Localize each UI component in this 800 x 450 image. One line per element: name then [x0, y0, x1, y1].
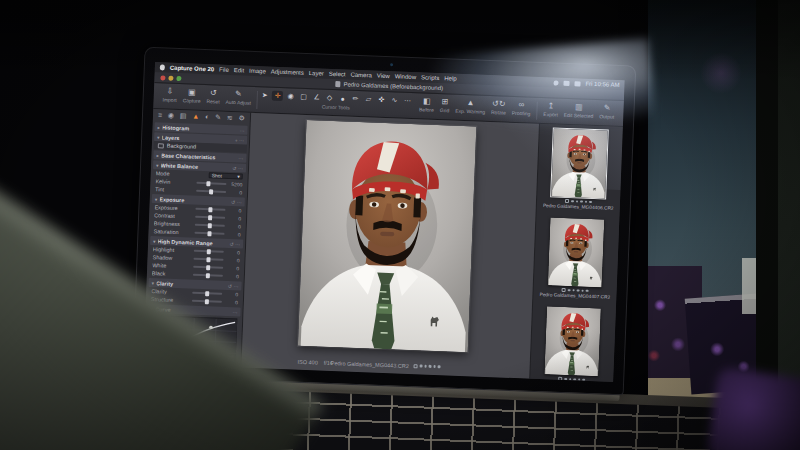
section-actions-icon[interactable]: ↺ ⋯	[231, 199, 242, 205]
output-button[interactable]: ✎ Output	[599, 103, 615, 120]
grid-icon: ⊞	[441, 97, 448, 106]
disclosure-icon: ▸	[156, 152, 159, 158]
browser-item[interactable]: Pedro Galdames_MG04408.CR2	[536, 306, 610, 382]
menu-bar-clock[interactable]: Fri 10:56 AM	[585, 81, 619, 88]
kelvin-slider[interactable]	[196, 182, 226, 185]
keystone-tool[interactable]: ◇	[324, 93, 335, 103]
before-icon: ◧	[423, 96, 431, 105]
menu-item-camera[interactable]: Camera	[350, 72, 372, 79]
thumbnail-caption: Pedro Galdames_MG04408.CR2	[536, 381, 607, 382]
straighten-tool[interactable]: ∠	[311, 92, 322, 102]
structure-slider[interactable]	[192, 300, 222, 303]
tab-adjustments-icon[interactable]: ≋	[227, 114, 233, 122]
white-balance-mode-select[interactable]: Shot ▾	[209, 172, 243, 179]
saturation-slider[interactable]	[194, 232, 224, 235]
tint-slider[interactable]	[196, 190, 226, 193]
wifi-icon[interactable]	[563, 80, 569, 85]
apple-logo-icon[interactable]	[160, 64, 165, 70]
thumbnail-photo[interactable]	[545, 306, 602, 376]
section-actions-icon[interactable]: ↺ ⋯	[229, 241, 240, 247]
auto-adjust-button[interactable]: ✎ Auto Adjust	[225, 89, 251, 106]
browser-item[interactable]: Pedro Galdames_MG04407.CR2	[539, 217, 613, 300]
image-browser: Pedro Galdames_MG04406.CR2 Pedro Galdame…	[529, 124, 623, 382]
white-slider[interactable]	[193, 266, 223, 269]
rotate-button[interactable]: ↺↻ Rotate	[491, 99, 506, 116]
shadow-slider[interactable]	[193, 258, 223, 261]
zoom-tool[interactable]: ◉	[285, 91, 296, 101]
reset-button[interactable]: ↺ Reset	[206, 88, 220, 104]
webcam-icon	[390, 63, 393, 66]
draw-mask-tool[interactable]: ✏	[350, 94, 361, 104]
before-toggle[interactable]: ◧ Before	[419, 96, 434, 113]
export-button[interactable]: ↥ Export	[543, 101, 558, 118]
tab-exposure-icon[interactable]: ▲	[192, 113, 199, 121]
viewer: ISO 400 f/16 Pedro Galdames_MG0443.CR2	[241, 113, 539, 379]
capture-button[interactable]: ▣ Capture	[183, 87, 201, 104]
tab-capture-icon[interactable]: ◉	[168, 112, 174, 120]
proofing-toggle[interactable]: ∞ Proofing	[512, 100, 531, 117]
grid-toggle[interactable]: ⊞ Grid	[440, 97, 450, 113]
section-actions-icon[interactable]: ⋯	[232, 309, 237, 315]
menu-item-view[interactable]: View	[377, 73, 390, 79]
erase-mask-tool[interactable]: ▱	[363, 94, 374, 104]
thumbnail-caption: Pedro Galdames_MG04406.CR2	[543, 203, 614, 211]
annotate-tool[interactable]: ∿	[389, 95, 400, 105]
viewer-rating[interactable]	[414, 364, 441, 369]
black-slider[interactable]	[193, 274, 223, 277]
browser-item[interactable]: Pedro Galdames_MG04406.CR2	[543, 128, 617, 211]
disclosure-icon: ▾	[151, 280, 154, 286]
thumbnail-caption: Pedro Galdames_MG04407.CR2	[539, 292, 610, 300]
section-actions-icon[interactable]: ↺ ⋯	[228, 283, 239, 289]
tab-lens-icon[interactable]: ▤	[180, 112, 187, 120]
exposure-warning-toggle[interactable]: ▲ Exp. Warning	[455, 98, 485, 115]
highlight-slider[interactable]	[194, 250, 224, 253]
aperture-readout: f/16	[324, 359, 333, 365]
exposure-slider[interactable]	[195, 208, 225, 211]
disclosure-icon: ▾	[155, 196, 158, 202]
crop-tool[interactable]: ▢	[298, 92, 309, 102]
portrait-thumbnail	[548, 217, 605, 287]
disclosure-icon: ▾	[156, 162, 159, 168]
menu-item-edit[interactable]: Edit	[234, 67, 245, 73]
tab-metadata-icon[interactable]: ⚙	[238, 114, 245, 122]
rotate-arrows-icon: ↺↻	[492, 99, 506, 109]
document-icon	[335, 81, 340, 87]
import-button[interactable]: ⇩ Import	[163, 86, 178, 103]
pan-tool[interactable]: ✛	[272, 91, 283, 101]
spot-removal-tool[interactable]: ●	[337, 93, 348, 103]
menu-item-image[interactable]: Image	[249, 68, 266, 75]
viewer-filename: Pedro Galdames_MG0443.CR2	[331, 360, 409, 369]
menu-app-name[interactable]: Capture One 20	[170, 65, 215, 73]
more-tools[interactable]: ⋯	[402, 96, 413, 106]
thumbnail-photo[interactable]	[548, 217, 605, 287]
tab-color-icon[interactable]: ◐	[205, 113, 210, 121]
brightness-slider[interactable]	[195, 224, 225, 227]
menu-item-layer[interactable]: Layer	[309, 70, 324, 77]
menu-item-adjustments[interactable]: Adjustments	[271, 69, 304, 76]
pick-color-tool[interactable]: ✜	[376, 95, 387, 105]
edit-selected-button[interactable]: ▥ Edit Selected	[564, 102, 594, 119]
contrast-slider[interactable]	[195, 216, 225, 219]
portrait-thumbnail	[545, 306, 602, 376]
section-actions-icon[interactable]: ⋯	[239, 127, 244, 133]
iso-readout: ISO 400	[298, 358, 318, 365]
auto-adjust-icon: ✎	[235, 89, 242, 98]
menu-item-scripts[interactable]: Scripts	[421, 74, 440, 81]
menu-item-select[interactable]: Select	[329, 71, 346, 78]
menu-item-file[interactable]: File	[219, 67, 229, 73]
menu-item-help[interactable]: Help	[444, 75, 457, 81]
clarity-slider[interactable]	[192, 292, 222, 295]
add-layer-icon[interactable]: + ⋯	[235, 137, 245, 143]
select-tool[interactable]: ➤	[259, 90, 270, 100]
tab-library-icon[interactable]: ≡	[158, 111, 162, 119]
thumbnail-rating[interactable]	[558, 377, 585, 382]
white-balance-picker-icon[interactable]: ↺ ⋯	[232, 165, 243, 171]
section-actions-icon[interactable]: ⋯	[238, 155, 243, 161]
bluetooth-icon[interactable]	[553, 80, 558, 85]
portrait-man-red-cap	[298, 120, 477, 352]
tab-details-icon[interactable]: ✎	[215, 113, 221, 121]
menu-item-window[interactable]: Window	[395, 73, 417, 80]
battery-icon[interactable]	[574, 81, 580, 86]
thumbnail-photo[interactable]	[552, 128, 609, 198]
main-photo[interactable]	[298, 120, 477, 352]
